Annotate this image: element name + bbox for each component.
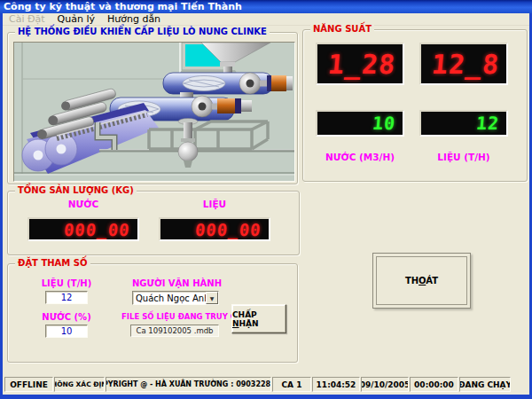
water-set-display: 10 bbox=[316, 110, 404, 137]
upper-screw-conveyor-icon bbox=[163, 73, 293, 94]
group-title-he-thong: HỆ THỐNG ĐIỀU KHIỂN CẤP LIỆU LÒ NUNG CLI… bbox=[15, 27, 270, 37]
status-connection: OFFLINE bbox=[4, 377, 53, 392]
status-copyright: COPYRIGHT @ - HÀ XUÂN TRƯỜNG : 090322806… bbox=[106, 377, 271, 392]
material-setpoint-input[interactable]: 12 bbox=[45, 291, 88, 304]
status-bar: OFFLINE KHÔNG XÁC ĐỊNH COPYRIGHT @ - HÀ … bbox=[3, 375, 529, 395]
status-time: 11:04:52 bbox=[312, 377, 360, 392]
app-window: Công ty kỹ thuật và thương mại Tiến Thàn… bbox=[0, 0, 532, 399]
menu-item-cai-dat: Cài Đặt bbox=[3, 13, 51, 26]
status-run-timer: 00:00:00 bbox=[410, 377, 458, 392]
group-tong-san-luong: TỔNG SẢN LƯỢNG (KG) NƯỚC LIỆU 000_00 000… bbox=[7, 191, 300, 255]
file-label: FILE SỐ LIỆU ĐANG TRUY CẬP bbox=[121, 312, 230, 321]
group-title-nang-suat: NĂNG SUẤT bbox=[310, 24, 374, 35]
lower-motor-icon bbox=[217, 98, 235, 113]
material-total-display: 000_00 bbox=[159, 217, 270, 241]
water-rate-label: NƯỚC (M3/H) bbox=[316, 152, 404, 162]
operator-value: Quách Ngọc Anh bbox=[133, 293, 206, 303]
status-mode: KHÔNG XÁC ĐỊNH bbox=[54, 377, 105, 392]
water-total-label: NƯỚC bbox=[27, 199, 139, 209]
material-rate-display: 12_8 bbox=[419, 43, 508, 85]
status-date: 09/10/2005 bbox=[361, 377, 409, 392]
upper-motor-icon bbox=[271, 75, 286, 91]
menu-bar: Cài Đặt Quản lý Hướng dẫn bbox=[3, 13, 529, 26]
machine-diagram bbox=[14, 43, 294, 181]
group-he-thong-dieu-khien: HỆ THỐNG ĐIỀU KHIỂN CẤP LIỆU LÒ NUNG CLI… bbox=[7, 32, 298, 184]
water-total-display: 000_00 bbox=[27, 217, 139, 241]
water-setpoint-input[interactable]: 10 bbox=[45, 325, 88, 338]
accept-button[interactable]: CHẤP NHẬN bbox=[231, 304, 286, 333]
machine-diagram-panel bbox=[13, 42, 295, 182]
status-shift: CA 1 bbox=[272, 377, 311, 392]
window-body: Cài Đặt Quản lý Hướng dẫn HỆ THỐNG ĐIỀU … bbox=[3, 13, 529, 395]
water-rate-display: 1_28 bbox=[316, 43, 404, 85]
file-field: Ca 109102005 .mdb bbox=[130, 325, 219, 337]
exit-button-label: THOÁT bbox=[376, 256, 467, 305]
material-rate-label: LIỆU (T/H) bbox=[419, 152, 508, 162]
group-title-dat-tham-so: ĐẶT THAM SỐ bbox=[15, 258, 90, 269]
operator-label: NGƯỜI VẬN HÀNH bbox=[132, 278, 221, 288]
title-bar: Công ty kỹ thuật và thương mại Tiến Thàn… bbox=[0, 0, 532, 13]
material-setpoint-label: LIỆU (T/H) bbox=[32, 278, 101, 288]
group-dat-tham-so: ĐẶT THAM SỐ LIỆU (T/H) 12 NƯỚC (%) 10 NG… bbox=[7, 263, 298, 363]
menu-item-quan-ly[interactable]: Quản lý bbox=[51, 13, 101, 26]
water-setpoint-label: NƯỚC (%) bbox=[32, 312, 101, 322]
material-set-display: 12 bbox=[419, 110, 508, 137]
window-title: Công ty kỹ thuật và thương mại Tiến Thàn… bbox=[4, 1, 242, 12]
exit-button[interactable]: THOÁT bbox=[372, 253, 471, 309]
menu-item-huong-dan[interactable]: Hướng dẫn bbox=[101, 13, 167, 26]
group-nang-suat: NĂNG SUẤT 1_28 12_8 10 12 NƯỚC (M3/H) LI… bbox=[302, 29, 528, 182]
status-run-state: ĐANG CHẠY bbox=[459, 377, 511, 392]
operator-combobox[interactable]: Quách Ngọc Anh ▼ bbox=[132, 291, 219, 305]
chevron-down-icon[interactable]: ▼ bbox=[206, 292, 218, 304]
group-title-tong-san-luong: TỔNG SẢN LƯỢNG (KG) bbox=[15, 185, 137, 196]
material-total-label: LIỆU bbox=[159, 199, 270, 209]
